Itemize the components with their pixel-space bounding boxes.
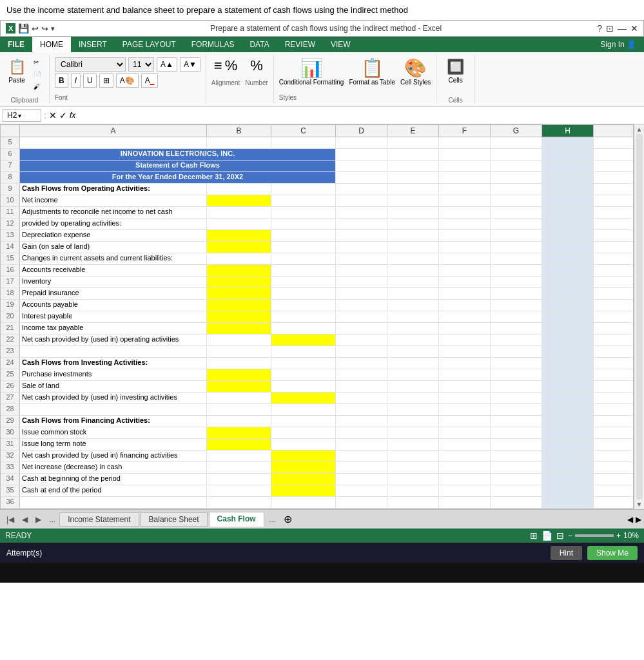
paste-button[interactable]: 📋 Paste xyxy=(5,57,28,85)
cell-14-b[interactable] xyxy=(207,242,271,253)
cell-10-d[interactable] xyxy=(336,195,387,206)
cell-d[interactable] xyxy=(336,160,387,171)
cell-32-a[interactable]: Net cash provided by (used in) financing… xyxy=(20,451,207,461)
cell-27-c[interactable] xyxy=(271,393,336,403)
cell-15-d[interactable] xyxy=(336,253,387,264)
cell-33-e[interactable] xyxy=(387,462,439,473)
cell-5-c[interactable] xyxy=(271,137,336,148)
underline-button[interactable]: U xyxy=(83,73,97,88)
minimize-icon[interactable]: — xyxy=(618,23,627,34)
cell-28-a[interactable] xyxy=(20,404,207,415)
cell-ref-dropdown[interactable]: ▾ xyxy=(18,112,21,119)
cell-26-d[interactable] xyxy=(336,381,387,392)
cell-19-d[interactable] xyxy=(336,300,387,311)
col-header-f[interactable]: F xyxy=(439,125,491,137)
cell-33-g[interactable] xyxy=(491,462,542,473)
cell-34-d[interactable] xyxy=(336,474,387,485)
cell-13-c[interactable] xyxy=(271,230,336,241)
cell-35-e[interactable] xyxy=(387,485,439,496)
sheet-nav-prev[interactable]: ◀ xyxy=(18,514,32,525)
cell-11-f[interactable] xyxy=(439,207,491,218)
cell-5-g[interactable] xyxy=(491,137,542,148)
cell-28-g[interactable] xyxy=(491,404,542,415)
cell-25-c[interactable] xyxy=(271,369,336,380)
sheet-nav-first[interactable]: |◀ xyxy=(3,514,18,525)
cell-f[interactable] xyxy=(439,172,491,183)
scroll-down-btn[interactable]: ▼ xyxy=(636,501,643,508)
cell-g[interactable] xyxy=(491,172,542,183)
cell-31-b[interactable] xyxy=(207,439,271,450)
cell-h[interactable] xyxy=(542,160,594,171)
col-header-a[interactable]: A xyxy=(20,125,207,137)
show-me-button[interactable]: Show Me xyxy=(587,546,638,560)
cell-29-c[interactable] xyxy=(271,416,336,427)
cell-10-f[interactable] xyxy=(439,195,491,206)
font-size-select[interactable]: 11 891012 xyxy=(128,57,154,72)
cell-31-g[interactable] xyxy=(491,439,542,450)
cell-21-c[interactable] xyxy=(271,323,336,334)
cell-19-e[interactable] xyxy=(387,300,439,311)
cell-12-c[interactable] xyxy=(271,218,336,229)
page-break-view-btn[interactable]: ⊟ xyxy=(556,530,564,541)
cell-22-h[interactable] xyxy=(542,335,594,345)
cell-30-d[interactable] xyxy=(336,427,387,438)
cell-21-d[interactable] xyxy=(336,323,387,334)
cell-10-h[interactable] xyxy=(542,195,594,206)
cell-10-e[interactable] xyxy=(387,195,439,206)
cell-e[interactable] xyxy=(387,149,439,160)
cell-29-f[interactable] xyxy=(439,416,491,427)
cell-17-e[interactable] xyxy=(387,277,439,287)
cell-29-b[interactable] xyxy=(207,416,271,427)
cell-22-e[interactable] xyxy=(387,335,439,345)
cell-29-e[interactable] xyxy=(387,416,439,427)
cell-36-e[interactable] xyxy=(387,497,439,508)
cell-5-e[interactable] xyxy=(387,137,439,148)
cell-30-g[interactable] xyxy=(491,427,542,438)
insert-function-icon[interactable]: fx xyxy=(70,111,75,120)
cell-16-a[interactable]: Accounts receivable xyxy=(20,265,207,276)
cell-11-h[interactable] xyxy=(542,207,594,218)
cell-21-g[interactable] xyxy=(491,323,542,334)
cell-17-a[interactable]: Inventory xyxy=(20,277,207,287)
tab-page-layout[interactable]: PAGE LAYOUT xyxy=(115,37,184,52)
tab-income-statement[interactable]: Income Statement xyxy=(59,512,139,527)
zoom-in-btn[interactable]: + xyxy=(616,531,621,540)
cell-20-g[interactable] xyxy=(491,311,542,322)
cell-35-f[interactable] xyxy=(439,485,491,496)
cell-27-h[interactable] xyxy=(542,393,594,403)
cell-18-a[interactable]: Prepaid insurance xyxy=(20,288,207,299)
cell-33-h[interactable] xyxy=(542,462,594,473)
cancel-formula-icon[interactable]: ✕ xyxy=(49,110,57,121)
add-sheet-button[interactable]: ⊕ xyxy=(280,511,296,527)
cell-25-a[interactable]: Purchase investments xyxy=(20,369,207,380)
cell-12-h[interactable] xyxy=(542,218,594,229)
cell-14-d[interactable] xyxy=(336,242,387,253)
cell-30-c[interactable] xyxy=(271,427,336,438)
cell-5-f[interactable] xyxy=(439,137,491,148)
cell-15-f[interactable] xyxy=(439,253,491,264)
tab-view[interactable]: VIEW xyxy=(323,37,358,52)
cell-26-f[interactable] xyxy=(439,381,491,392)
cell-18-d[interactable] xyxy=(336,288,387,299)
cell-24-c[interactable] xyxy=(271,358,336,369)
cell-22-c[interactable] xyxy=(271,335,336,345)
cell-19-c[interactable] xyxy=(271,300,336,311)
fill-color-button[interactable]: A🎨 xyxy=(116,73,139,88)
cell-25-f[interactable] xyxy=(439,369,491,380)
cell-g[interactable] xyxy=(491,160,542,171)
cell-32-g[interactable] xyxy=(491,451,542,461)
cell-d[interactable] xyxy=(336,172,387,183)
page-layout-view-btn[interactable]: 📄 xyxy=(542,530,552,541)
cell-36-g[interactable] xyxy=(491,497,542,508)
cell-24-g[interactable] xyxy=(491,358,542,369)
cell-14-f[interactable] xyxy=(439,242,491,253)
cell-20-c[interactable] xyxy=(271,311,336,322)
cell-24-d[interactable] xyxy=(336,358,387,369)
cell-31-e[interactable] xyxy=(387,439,439,450)
cell-9-g[interactable] xyxy=(491,184,542,195)
cell-23-d[interactable] xyxy=(336,346,387,357)
conditional-formatting-button[interactable]: 📊 Conditional Formatting xyxy=(279,57,344,86)
cell-9-c[interactable] xyxy=(271,184,336,195)
cell-19-b[interactable] xyxy=(207,300,271,311)
cell-33-f[interactable] xyxy=(439,462,491,473)
